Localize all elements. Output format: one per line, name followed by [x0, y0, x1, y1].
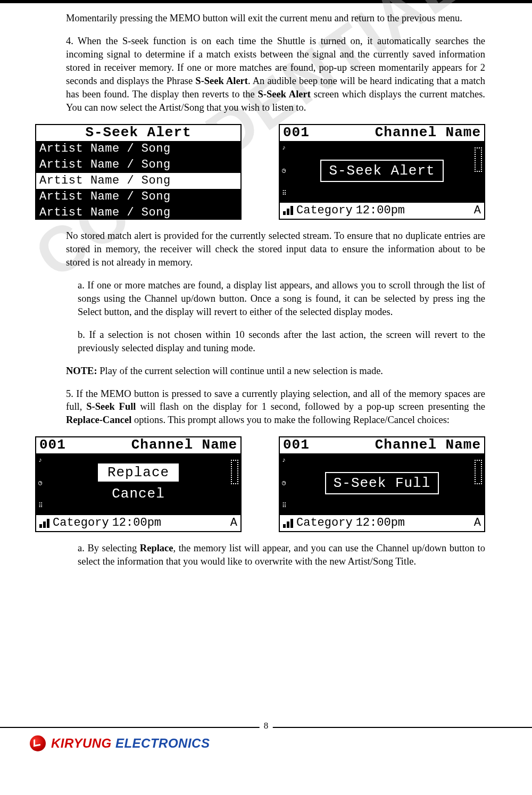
paragraph-4a: a. If one or more matches are found, a d… — [66, 279, 485, 319]
bold-s-seek-full: S-Seek Full — [86, 401, 136, 412]
dots-icon: ⠿ — [282, 502, 293, 510]
brand-kiryung: KIRYUNG — [51, 736, 112, 750]
time-label: 12:00pm — [112, 515, 161, 531]
lcd-sseek-alert-list: S-Seek Alert Artist Name / Song Artist N… — [35, 124, 242, 220]
lcd-footer: Category 12:00pm A — [280, 515, 484, 531]
page-number: 8 — [260, 721, 273, 731]
time-label: 12:00pm — [356, 515, 405, 531]
brand-electronics: ELECTRONICS — [112, 736, 210, 750]
brand-text: KIRYUNG ELECTRONICS — [51, 736, 210, 751]
lcd-header: 001 Channel Name — [36, 437, 240, 453]
right-scroll-icon — [231, 460, 238, 484]
bold-s-seek-alert-2: S-Seek Alert — [258, 89, 311, 100]
text: options. This prompt allows you to make … — [131, 415, 450, 425]
dots-icon: ⠿ — [282, 189, 293, 197]
paragraph-step-5: 5. If the MEMO button is pressed to save… — [66, 387, 485, 427]
note-text: Play of the current selection will conti… — [97, 366, 383, 376]
lcd-sseek-alert-popup: 001 Channel Name ♪ ◷ ⠿ S-Seek Alert Cate… — [279, 124, 485, 220]
paragraph-4b: b. If a selection is not chosen within 1… — [66, 328, 485, 355]
right-scroll-icon — [475, 147, 482, 172]
paragraph-memo-exit: Momentarily pressing the MEMO button wil… — [66, 12, 485, 25]
bold-replace-cancel: Replace-Cancel — [66, 415, 131, 425]
list-item: Artist Name / Song — [36, 205, 240, 220]
category-label: Category — [296, 203, 353, 219]
channel-number: 001 — [283, 437, 310, 453]
paragraph-5a: a. By selecting Replace, the memory list… — [66, 542, 485, 568]
paragraph-step-4: 4. When the S-seek function is on each t… — [66, 35, 485, 114]
antenna-label: A — [230, 515, 237, 531]
lcd-footer: Category 12:00pm A — [36, 515, 240, 531]
text: will flash on the display for 1 second, … — [136, 401, 485, 412]
antenna-label: A — [474, 203, 481, 219]
signal-icon — [283, 206, 293, 215]
lcd-row-1: S-Seek Alert Artist Name / Song Artist N… — [35, 124, 485, 220]
clock-icon: ◷ — [282, 167, 293, 175]
category-label: Category — [53, 515, 109, 531]
text: a. By selecting — [78, 543, 140, 553]
page-content: CONFIDENTIAL Momentarily pressing the ME… — [0, 3, 532, 759]
time-label: 12:00pm — [356, 203, 405, 219]
list-item: Artist Name / Song — [36, 157, 240, 173]
signal-icon — [283, 519, 293, 528]
note-icon: ♪ — [38, 457, 49, 464]
paragraph-note: NOTE: Play of the current selection will… — [66, 365, 485, 378]
lcd-header: 001 Channel Name — [280, 437, 484, 453]
channel-number: 001 — [39, 437, 66, 453]
note-label: NOTE: — [66, 366, 97, 376]
clock-icon: ◷ — [38, 479, 49, 487]
clock-icon: ◷ — [282, 479, 293, 487]
brand-block: KIRYUNG ELECTRONICS — [30, 735, 210, 751]
left-icons: ♪ ◷ ⠿ — [38, 457, 49, 510]
left-icons: ♪ ◷ ⠿ — [282, 457, 293, 510]
lcd-row-2: 001 Channel Name ♪ ◷ ⠿ Replace Cancel Ca… — [35, 436, 485, 532]
lcd-title: S-Seek Alert — [36, 125, 240, 141]
channel-name: Channel Name — [375, 437, 481, 453]
lcd-body: ♪ ◷ ⠿ S-Seek Alert — [280, 141, 484, 201]
option-stack: Replace Cancel — [98, 463, 179, 503]
right-scroll-icon — [475, 460, 482, 484]
antenna-label: A — [474, 515, 481, 531]
option-cancel: Cancel — [102, 485, 174, 503]
lcd-replace-cancel: 001 Channel Name ♪ ◷ ⠿ Replace Cancel Ca… — [35, 436, 242, 532]
bold-replace: Replace — [140, 543, 173, 553]
lcd-header: 001 Channel Name — [280, 125, 484, 141]
lcd-sseek-full: 001 Channel Name ♪ ◷ ⠿ S-Seek Full Categ… — [279, 436, 485, 532]
paragraph-no-stored-match: No stored match alert is provided for th… — [66, 229, 485, 269]
popup-label: S-Seek Alert — [320, 160, 443, 182]
option-replace: Replace — [98, 463, 179, 482]
channel-number: 001 — [283, 125, 310, 141]
popup-label: S-Seek Full — [325, 472, 439, 494]
note-icon: ♪ — [282, 144, 293, 152]
lcd-body: ♪ ◷ ⠿ Replace Cancel — [36, 453, 240, 513]
category-label: Category — [296, 515, 353, 531]
lcd-body: ♪ ◷ ⠿ S-Seek Full — [280, 453, 484, 513]
left-icons: ♪ ◷ ⠿ — [282, 144, 293, 197]
note-icon: ♪ — [282, 457, 293, 464]
kiryung-logo-icon — [30, 735, 46, 751]
page-footer: 8 KIRYUNG ELECTRONICS — [0, 727, 532, 759]
lcd-footer: Category 12:00pm A — [280, 203, 484, 219]
channel-name: Channel Name — [375, 125, 481, 141]
list-item-selected: Artist Name / Song — [36, 173, 240, 189]
list-item: Artist Name / Song — [36, 141, 240, 157]
signal-icon — [39, 519, 49, 528]
dots-icon: ⠿ — [38, 502, 49, 510]
bold-s-seek-alert: S-Seek Alert — [195, 76, 248, 86]
list-item: Artist Name / Song — [36, 189, 240, 205]
channel-name: Channel Name — [131, 437, 237, 453]
